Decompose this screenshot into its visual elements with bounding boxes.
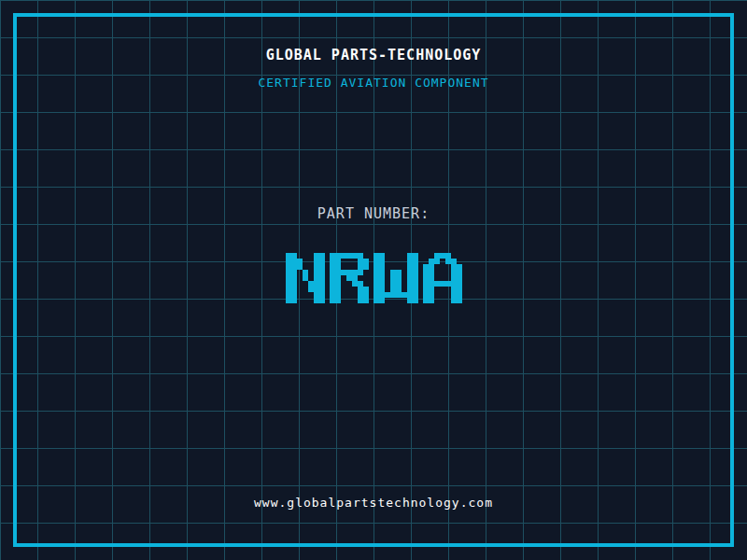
website-url: www.globalpartstechnology.com (0, 496, 747, 510)
company-name: GLOBAL PARTS-TECHNOLOGY (0, 47, 747, 63)
certificate-screen: { "colors": { "background": "#0f1726", "… (0, 0, 747, 560)
part-number-label: PART NUMBER: (0, 205, 747, 222)
part-number-value (0, 253, 747, 303)
company-subtitle: CERTIFIED AVIATION COMPONENT (0, 76, 747, 90)
